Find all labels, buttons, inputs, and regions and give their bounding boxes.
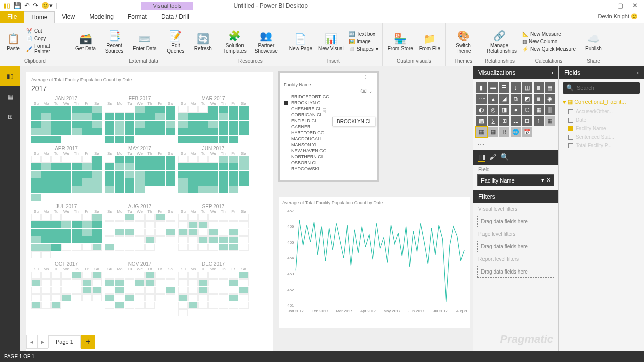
analytics-well-tab[interactable]: 🔍 bbox=[500, 153, 509, 162]
viz-type-button[interactable]: ⫼ bbox=[534, 82, 544, 93]
new-page-button[interactable]: 📄New Page bbox=[287, 31, 314, 52]
slicer-focus-icon[interactable]: ⛶ bbox=[361, 74, 366, 80]
slicer-more-icon[interactable]: ⋯ bbox=[369, 74, 374, 80]
tab-modeling[interactable]: Modeling bbox=[82, 11, 121, 23]
viz-type-button[interactable]: ◨ bbox=[499, 105, 509, 115]
viz-type-button[interactable]: ▦ bbox=[488, 127, 498, 137]
maximize-button[interactable]: ▢ bbox=[617, 2, 623, 9]
visual-filters-drop[interactable]: Drag data fields here bbox=[477, 216, 554, 227]
refresh-button[interactable]: 🔄Refresh bbox=[192, 31, 214, 52]
edit-queries-button[interactable]: 📝Edit Queries bbox=[161, 28, 190, 55]
viz-type-button[interactable]: ⧉ bbox=[511, 94, 521, 104]
tab-home[interactable]: Home bbox=[24, 11, 55, 23]
field-well-value[interactable]: Facility Name▾✕ bbox=[477, 174, 554, 186]
slicer-item[interactable]: OSBORN CI bbox=[284, 160, 373, 166]
new-quick-measure-button[interactable]: ⚡New Quick Measure bbox=[521, 46, 577, 52]
solution-templates-button[interactable]: 🧩Solution Templates bbox=[220, 28, 250, 55]
image-button[interactable]: 🖼️Image bbox=[348, 38, 379, 45]
minimize-button[interactable]: — bbox=[602, 2, 608, 9]
viz-type-button[interactable]: ▩ bbox=[476, 116, 487, 126]
viz-type-button[interactable]: ◫ bbox=[522, 82, 532, 93]
slicer-item[interactable]: MACDOUGALL bbox=[284, 136, 373, 142]
cut-button[interactable]: ✂️Cut bbox=[25, 28, 67, 34]
viz-type-button[interactable]: 🌐 bbox=[511, 127, 521, 137]
new-column-button[interactable]: ▥New Column bbox=[521, 38, 577, 45]
data-view-button[interactable]: ▦ bbox=[0, 86, 20, 107]
report-canvas[interactable]: Average of Total Facility Population Cou… bbox=[20, 66, 473, 351]
page-prev-button[interactable]: ◄ bbox=[26, 335, 37, 349]
get-data-button[interactable]: 🗃️Get Data bbox=[73, 31, 98, 52]
recent-sources-button[interactable]: 📑Recent Sources bbox=[100, 28, 129, 55]
slicer-item[interactable]: MANSON YI bbox=[284, 142, 373, 148]
viz-type-button[interactable]: ⫼ bbox=[534, 94, 544, 104]
tab-file[interactable]: File bbox=[0, 11, 24, 23]
fields-panel-collapse-icon[interactable]: › bbox=[637, 69, 639, 76]
field-remove-icon[interactable]: ✕ bbox=[546, 177, 551, 184]
shapes-button[interactable]: ◻️Shapes▾ bbox=[348, 46, 379, 52]
calendar-visual[interactable]: Average of Total Facility Population Cou… bbox=[26, 72, 273, 362]
viz-type-button[interactable]: ⫿ bbox=[511, 82, 521, 93]
line-chart-visual[interactable]: Average of Total Facility Population Cou… bbox=[279, 197, 470, 328]
field-item[interactable]: Accused/Other... bbox=[559, 107, 644, 116]
viz-type-button[interactable]: ◩ bbox=[522, 94, 532, 104]
viz-type-button[interactable]: R bbox=[499, 127, 509, 137]
slicer-item[interactable]: HARTFORD CC bbox=[284, 130, 373, 136]
slicer-item[interactable]: NORTHERN CI bbox=[284, 154, 373, 160]
viz-type-button[interactable]: ☰ bbox=[499, 82, 509, 93]
undo-icon[interactable]: ↶ bbox=[24, 2, 30, 9]
viz-type-button[interactable]: ⫿ bbox=[534, 116, 544, 126]
paste-button[interactable]: 📋Paste bbox=[3, 31, 23, 52]
page-filters-drop[interactable]: Drag data fields here bbox=[477, 241, 554, 252]
partner-showcase-button[interactable]: 👥Partner Showcase bbox=[252, 28, 281, 55]
viz-type-button[interactable]: ▦ bbox=[476, 127, 487, 137]
viz-type-button[interactable]: ⊡ bbox=[522, 116, 532, 126]
viz-type-button[interactable]: ▒ bbox=[545, 105, 555, 115]
username[interactable]: Devin Knight 🙂 bbox=[592, 11, 644, 23]
viz-type-button[interactable]: ▦ bbox=[534, 105, 544, 115]
manage-relationships-button[interactable]: 🔗Manage Relationships bbox=[485, 28, 514, 55]
viz-type-button[interactable]: 📅 bbox=[522, 127, 532, 137]
slicer-item[interactable]: RADGOWSKI bbox=[284, 166, 373, 172]
fields-well-tab[interactable]: ▦ bbox=[478, 153, 485, 162]
from-store-button[interactable]: 🏪From Store bbox=[386, 31, 415, 52]
report-view-button[interactable]: ▮▯ bbox=[0, 66, 20, 86]
slicer-item[interactable]: BRIDGEPORT CC bbox=[284, 94, 373, 100]
viz-type-button[interactable]: ⬡ bbox=[522, 105, 532, 115]
add-page-button[interactable]: + bbox=[81, 335, 95, 349]
slicer-item[interactable]: CHESHIRE CI bbox=[284, 106, 373, 112]
tab-view[interactable]: View bbox=[55, 11, 82, 23]
fields-search[interactable]: 🔍 bbox=[563, 82, 640, 94]
save-icon[interactable]: 💾 bbox=[13, 2, 21, 9]
switch-theme-button[interactable]: 🎨Switch Theme bbox=[449, 28, 478, 55]
redo-icon[interactable]: ↷ bbox=[33, 2, 38, 9]
viz-type-button[interactable]: 〰 bbox=[476, 94, 487, 104]
from-file-button[interactable]: 📁From File bbox=[417, 31, 442, 52]
page-next-button[interactable]: ► bbox=[37, 335, 48, 349]
viz-type-button[interactable]: ◎ bbox=[488, 105, 498, 115]
viz-panel-collapse-icon[interactable]: › bbox=[551, 69, 553, 76]
viz-type-button[interactable]: ▬ bbox=[488, 82, 498, 93]
fields-search-input[interactable] bbox=[577, 85, 644, 91]
viz-type-button[interactable]: ☷ bbox=[511, 116, 521, 126]
format-well-tab[interactable]: 🖌 bbox=[489, 153, 496, 162]
report-filters-drop[interactable]: Drag data fields here bbox=[477, 266, 554, 278]
viz-type-button[interactable]: ⊞ bbox=[499, 116, 509, 126]
model-view-button[interactable]: ⊞ bbox=[0, 107, 20, 127]
new-visual-button[interactable]: 📊New Visual bbox=[316, 31, 346, 52]
copy-button[interactable]: 📄Copy bbox=[25, 35, 67, 42]
slicer-item[interactable]: NEW HAVEN CC bbox=[284, 148, 373, 154]
contextual-tab[interactable]: Visual tools bbox=[141, 2, 193, 10]
smiley-icon[interactable]: 🙂▾ bbox=[41, 2, 53, 9]
field-item[interactable]: Total Facility P... bbox=[559, 141, 644, 150]
slicer-dropdown-icon[interactable]: ⌄ bbox=[369, 88, 373, 94]
viz-type-button[interactable]: ● bbox=[511, 105, 521, 115]
slicer-visual[interactable]: ⛶ ⋯ Facility Name ⌫ ⌄ BRIDGEPORT CCBROOK… bbox=[279, 72, 377, 180]
field-item[interactable]: Facility Name bbox=[559, 124, 644, 133]
field-item[interactable]: Sentenced Stat... bbox=[559, 133, 644, 141]
viz-type-button[interactable]: ◉ bbox=[545, 94, 555, 104]
format-painter-button[interactable]: 🖌️Format Painter bbox=[25, 43, 67, 55]
viz-type-button[interactable]: ▮ bbox=[476, 82, 487, 93]
tab-datadrill[interactable]: Data / Drill bbox=[154, 11, 196, 23]
viz-type-button[interactable]: ▴ bbox=[488, 94, 498, 104]
publish-button[interactable]: ☁️Publish bbox=[583, 31, 604, 52]
